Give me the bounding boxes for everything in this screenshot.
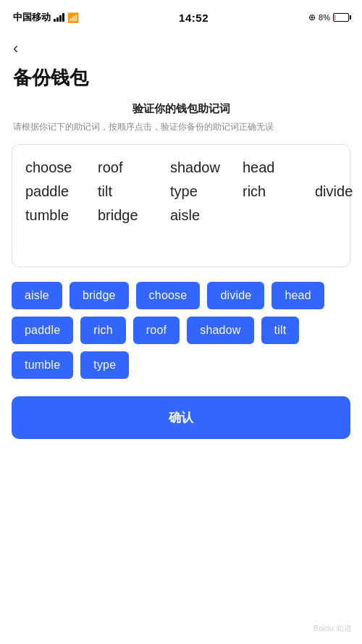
wifi-icon: 📶 [67, 12, 79, 23]
word-chip[interactable]: choose [136, 282, 201, 309]
display-word: tumble [25, 207, 98, 224]
display-word-row: tumblebridgeaisle [25, 207, 337, 224]
display-word: tilt [98, 183, 170, 200]
word-chip[interactable]: rich [80, 317, 126, 344]
satellite-icon: ⊕ [308, 12, 316, 22]
display-word: paddle [25, 183, 98, 200]
watermark: Baidu 知道 [313, 623, 352, 634]
back-arrow-icon: ‹ [13, 39, 18, 57]
display-word: head [243, 159, 315, 176]
back-button[interactable]: ‹ [0, 32, 362, 59]
display-word: shadow [170, 159, 243, 176]
display-word-row: chooseroofshadowhead [25, 159, 337, 176]
carrier-label: 中国移动 [13, 11, 51, 24]
word-chip[interactable]: tumble [12, 351, 73, 379]
battery-icon [333, 13, 349, 22]
verify-heading: 验证你的钱包助记词 [0, 102, 362, 116]
word-display-inner: chooseroofshadowheadpaddletilttyperichdi… [25, 159, 337, 224]
display-word: type [170, 183, 243, 200]
chips-area: aislebridgechoosedivideheadpaddlerichroo… [0, 282, 362, 379]
word-display-box: chooseroofshadowheadpaddletilttyperichdi… [12, 144, 350, 267]
display-word: bridge [98, 207, 170, 224]
display-word: aisle [170, 207, 243, 224]
confirm-btn-wrapper: 确认 [0, 396, 362, 461]
signal-icon [54, 13, 64, 22]
word-chip[interactable]: aisle [12, 282, 62, 309]
status-time: 14:52 [179, 12, 209, 24]
confirm-button[interactable]: 确认 [12, 396, 350, 439]
status-bar: 中国移动 📶 14:52 ⊕ 8% [0, 0, 362, 32]
word-chip[interactable]: bridge [70, 282, 129, 309]
display-word-row: paddletilttyperichdivide [25, 183, 337, 200]
word-chip[interactable]: roof [133, 317, 180, 344]
display-word: choose [25, 159, 98, 176]
verify-desc: 请根据你记下的助记词，按顺序点击，验证你备份的助记词正确无误 [0, 120, 362, 134]
page-title: 备份钱包 [0, 59, 362, 102]
battery-percent: 8% [319, 13, 330, 22]
status-left: 中国移动 📶 [13, 11, 79, 24]
display-word: divide [315, 183, 362, 200]
display-word: roof [98, 159, 170, 176]
status-right: ⊕ 8% [308, 12, 349, 22]
word-chip[interactable]: type [80, 351, 129, 379]
word-chip[interactable]: tilt [261, 317, 300, 344]
word-chip[interactable]: head [272, 282, 324, 309]
display-word: rich [243, 183, 315, 200]
word-chip[interactable]: paddle [12, 317, 73, 344]
word-chip[interactable]: shadow [187, 317, 253, 344]
word-chip[interactable]: divide [207, 282, 264, 309]
